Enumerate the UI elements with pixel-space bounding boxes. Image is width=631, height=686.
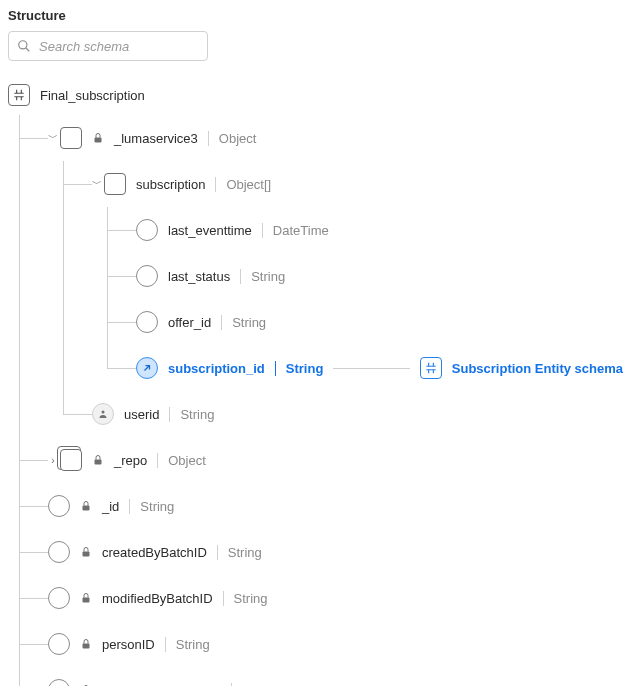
field-name: personID	[102, 637, 155, 652]
field-circle-icon	[48, 495, 70, 517]
relationship-target[interactable]: Subscription Entity schema	[420, 357, 623, 379]
field-circle-icon	[136, 311, 158, 333]
field-name: offer_id	[168, 315, 211, 330]
field-name: createdByBatchID	[102, 545, 207, 560]
search-input[interactable]	[37, 38, 210, 55]
object-array-node-icon	[60, 449, 82, 471]
svg-rect-8	[83, 644, 90, 649]
field-name: last_status	[168, 269, 230, 284]
tree-row-subscription[interactable]: ﹀ subscription Object[]	[8, 161, 623, 207]
svg-point-0	[19, 41, 27, 49]
tree-row-root[interactable]: Final_subscription	[8, 75, 623, 115]
tree-row-repo[interactable]: › _repo Object	[8, 437, 623, 483]
schema-ref-icon	[420, 357, 442, 379]
field-name: _lumaservice3	[114, 131, 198, 146]
svg-point-3	[102, 411, 105, 414]
lock-icon	[80, 500, 94, 512]
field-type: String	[169, 407, 214, 422]
schema-tree: Final_subscription ﹀ _lumaservice3 Objec…	[8, 75, 623, 686]
panel-title: Structure	[8, 8, 623, 23]
lock-icon	[80, 546, 94, 558]
chevron-down-icon[interactable]: ﹀	[92, 177, 102, 191]
relationship-icon	[136, 357, 158, 379]
field-type: String	[223, 591, 268, 606]
schema-root-icon	[8, 84, 30, 106]
tree-row-createdbybatchid[interactable]: createdByBatchID String	[8, 529, 623, 575]
field-name: repositoryCreatedBy	[102, 683, 221, 687]
svg-rect-6	[83, 552, 90, 557]
lock-icon	[92, 132, 106, 144]
field-type: String	[231, 683, 276, 687]
field-circle-icon	[48, 587, 70, 609]
tree-row-repositorycreatedby[interactable]: repositoryCreatedBy String	[8, 667, 623, 686]
field-name: subscription_id	[168, 361, 265, 376]
field-type: Object	[157, 453, 206, 468]
field-circle-icon	[48, 541, 70, 563]
field-name: _id	[102, 499, 119, 514]
field-circle-icon	[136, 265, 158, 287]
relationship-connector	[333, 368, 409, 369]
tree-row-modifiedbybatchid[interactable]: modifiedByBatchID String	[8, 575, 623, 621]
field-type: String	[275, 361, 324, 376]
field-type: Object	[208, 131, 257, 146]
tree-row-lumaservice[interactable]: ﹀ _lumaservice3 Object	[8, 115, 623, 161]
svg-rect-7	[83, 598, 90, 603]
field-type: String	[129, 499, 174, 514]
root-name: Final_subscription	[40, 88, 145, 103]
object-node-icon	[104, 173, 126, 195]
lock-icon	[80, 638, 94, 650]
tree-row-userid[interactable]: userid String	[8, 391, 623, 437]
field-circle-icon	[48, 679, 70, 686]
field-name: _repo	[114, 453, 147, 468]
tree-row-id[interactable]: _id String	[8, 483, 623, 529]
chevron-right-icon[interactable]: ›	[48, 455, 58, 466]
tree-row-personid[interactable]: personID String	[8, 621, 623, 667]
field-type: String	[240, 269, 285, 284]
field-circle-icon	[136, 219, 158, 241]
tree-row-offer-id[interactable]: offer_id String	[8, 299, 623, 345]
field-type: String	[221, 315, 266, 330]
field-name: userid	[124, 407, 159, 422]
svg-rect-5	[83, 506, 90, 511]
field-name: modifiedByBatchID	[102, 591, 213, 606]
tree-row-last-status[interactable]: last_status String	[8, 253, 623, 299]
tree-row-subscription-id[interactable]: subscription_id String Subscription Enti…	[8, 345, 623, 391]
identity-icon	[92, 403, 114, 425]
field-type: String	[165, 637, 210, 652]
field-name: subscription	[136, 177, 205, 192]
lock-icon	[80, 592, 94, 604]
field-type: DateTime	[262, 223, 329, 238]
relationship-target-label: Subscription Entity schema	[452, 361, 623, 376]
field-type: Object[]	[215, 177, 271, 192]
field-circle-icon	[48, 633, 70, 655]
svg-rect-2	[95, 138, 102, 143]
search-field[interactable]	[8, 31, 208, 61]
chevron-down-icon[interactable]: ﹀	[48, 131, 58, 145]
tree-row-last-eventtime[interactable]: last_eventtime DateTime	[8, 207, 623, 253]
object-node-icon	[60, 127, 82, 149]
svg-rect-4	[95, 460, 102, 465]
field-type: String	[217, 545, 262, 560]
svg-line-1	[26, 48, 30, 52]
lock-icon	[92, 454, 106, 466]
search-icon	[17, 39, 31, 53]
field-name: last_eventtime	[168, 223, 252, 238]
